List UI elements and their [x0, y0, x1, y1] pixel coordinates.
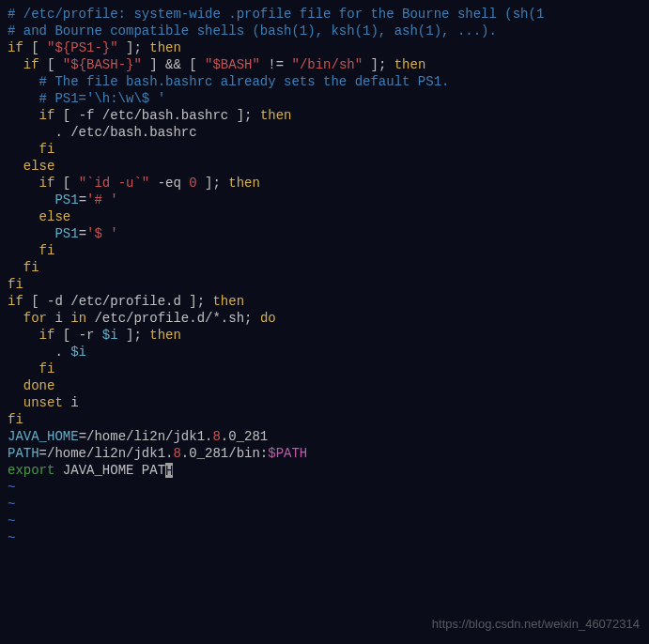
- code-line: else: [8, 208, 641, 225]
- code-line: PS1='# ': [8, 192, 641, 208]
- code-line: export JAVA_HOME PATH: [8, 462, 641, 479]
- code-line: # PS1='\h:\w\$ ': [8, 90, 641, 107]
- code-line: if [ -f /etc/bash.bashrc ]; then: [8, 107, 641, 124]
- code-line: PS1='$ ': [8, 225, 641, 242]
- code-editor[interactable]: # /etc/profile: system-wide .profile fil…: [8, 6, 641, 546]
- code-line: done: [8, 377, 641, 394]
- empty-line: ~: [8, 529, 641, 546]
- code-line: fi: [8, 360, 641, 377]
- code-line: for i in /etc/profile.d/*.sh; do: [8, 310, 641, 327]
- code-line: PATH=/home/li2n/jdk1.8.0_281/bin:$PATH: [8, 445, 641, 462]
- code-line: # and Bourne compatible shells (bash(1),…: [8, 23, 641, 39]
- code-line: if [ -d /etc/profile.d ]; then: [8, 293, 641, 310]
- code-line: # The file bash.bashrc already sets the …: [8, 73, 641, 90]
- code-line: unset i: [8, 394, 641, 411]
- watermark: https://blog.csdn.net/weixin_46072314: [432, 616, 640, 633]
- code-line: if [ "${BASH-}" ] && [ "$BASH" != "/bin/…: [8, 56, 641, 73]
- code-line: fi: [8, 242, 641, 259]
- code-line: # /etc/profile: system-wide .profile fil…: [8, 6, 641, 23]
- code-line: if [ "`id -u`" -eq 0 ]; then: [8, 175, 641, 192]
- code-line: fi: [8, 259, 641, 276]
- code-line: if [ -r $i ]; then: [8, 327, 641, 344]
- code-line: . /etc/bash.bashrc: [8, 124, 641, 141]
- code-line: fi: [8, 141, 641, 158]
- empty-line: ~: [8, 496, 641, 513]
- code-line: else: [8, 158, 641, 175]
- cursor: H: [165, 463, 173, 478]
- empty-line: ~: [8, 513, 641, 529]
- empty-line: ~: [8, 479, 641, 496]
- code-line: JAVA_HOME=/home/li2n/jdk1.8.0_281: [8, 428, 641, 445]
- code-line: . $i: [8, 344, 641, 360]
- code-line: if [ "${PS1-}" ]; then: [8, 39, 641, 56]
- code-line: fi: [8, 276, 641, 293]
- code-line: fi: [8, 411, 641, 428]
